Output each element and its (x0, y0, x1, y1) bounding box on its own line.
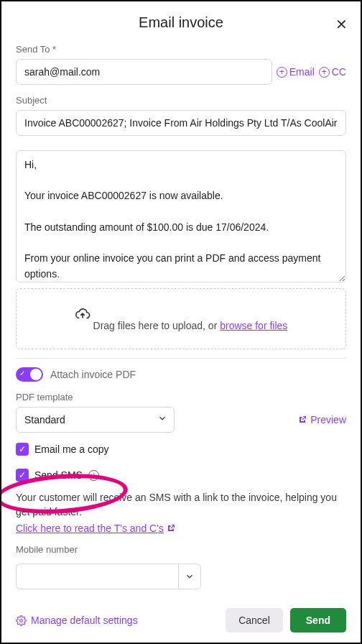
add-cc-button[interactable]: + CC (319, 66, 346, 78)
toggle-knob (30, 369, 42, 380)
svg-point-0 (20, 619, 23, 622)
message-body-textarea[interactable] (16, 150, 346, 282)
cloud-upload-icon (75, 306, 90, 322)
external-link-icon (167, 524, 175, 533)
info-icon[interactable]: i (88, 470, 99, 481)
pdf-template-label: PDF template (16, 392, 346, 402)
email-copy-label: Email me a copy (34, 443, 108, 455)
send-sms-label: Send SMS (34, 469, 83, 481)
check-icon: ✓ (19, 369, 25, 377)
send-sms-checkbox[interactable]: ✓ (16, 469, 29, 482)
modal-title: Email invoice (16, 14, 346, 31)
add-email-label: Email (289, 66, 315, 78)
send-to-label: Send To * (16, 44, 346, 55)
manage-settings-link[interactable]: Manage default settings (16, 615, 138, 626)
cancel-button[interactable]: Cancel (226, 608, 283, 632)
mobile-row (16, 564, 346, 589)
preview-label: Preview (310, 414, 346, 426)
add-cc-label: CC (332, 66, 346, 78)
modal-footer: Manage default settings Cancel Send (16, 601, 346, 632)
send-to-section: Send To * + Email + CC (16, 44, 346, 85)
mobile-input[interactable] (16, 564, 178, 589)
close-button[interactable]: ✕ (335, 16, 348, 33)
send-sms-description: Your customer will receive an SMS with a… (16, 490, 346, 520)
pdf-template-row: Preview (16, 407, 346, 433)
attach-pdf-row: ✓ Attach invoice PDF (16, 367, 346, 382)
attach-pdf-label: Attach invoice PDF (50, 369, 136, 380)
mobile-label: Mobile number (16, 544, 346, 555)
send-to-input[interactable] (16, 59, 272, 85)
gear-icon (16, 615, 27, 626)
preview-link[interactable]: Preview (298, 414, 346, 433)
dropzone-text: Drag files here to upload, or (93, 320, 221, 331)
pdf-template-select[interactable] (16, 407, 175, 433)
add-email-button[interactable]: + Email (277, 66, 315, 78)
modal-header: Email invoice ✕ (16, 14, 346, 31)
plus-icon: + (319, 67, 330, 78)
email-copy-row: ✓ Email me a copy (16, 443, 346, 456)
email-invoice-modal: Email invoice ✕ Send To * + Email + CC S… (1, 1, 361, 643)
browse-files-link[interactable]: browse for files (220, 320, 287, 331)
terms-link[interactable]: Click here to read the T's and C's (16, 523, 346, 534)
external-link-icon (298, 415, 307, 424)
mobile-dropdown-button[interactable] (178, 564, 200, 589)
subject-input[interactable] (16, 110, 346, 136)
manage-settings-label: Manage default settings (31, 615, 138, 626)
terms-link-label: Click here to read the T's and C's (16, 523, 164, 534)
subject-label: Subject (16, 95, 346, 106)
send-sms-row: ✓ Send SMS i (16, 469, 346, 482)
email-copy-checkbox[interactable]: ✓ (16, 443, 29, 456)
attach-pdf-toggle[interactable]: ✓ (16, 367, 43, 382)
plus-icon: + (277, 67, 287, 78)
divider (16, 358, 346, 359)
send-button[interactable]: Send (290, 608, 346, 632)
subject-section: Subject (16, 95, 346, 136)
chevron-down-icon (185, 571, 195, 581)
attachment-dropzone[interactable]: Drag files here to upload, or browse for… (16, 288, 346, 349)
